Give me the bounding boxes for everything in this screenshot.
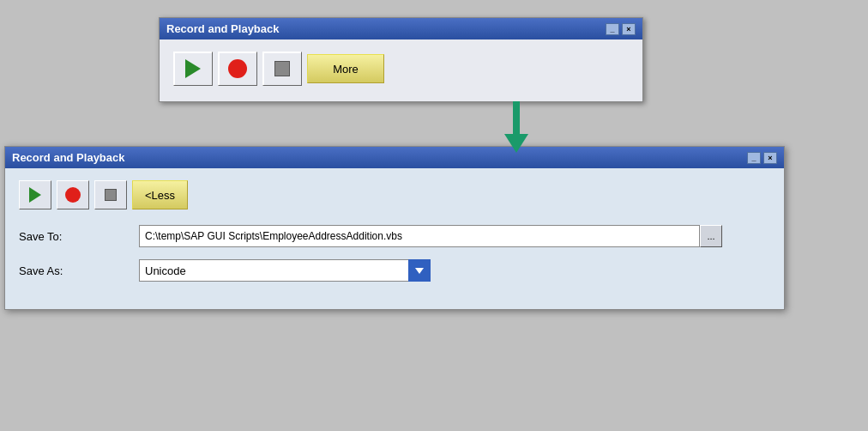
top-stop-button[interactable] xyxy=(262,52,302,86)
form-section: Save To: ... Save As: Unicode ANSI UTF-8 xyxy=(19,225,770,282)
bottom-play-button[interactable] xyxy=(19,180,51,209)
save-to-label: Save To: xyxy=(19,230,139,243)
bottom-window-controls: _ × xyxy=(747,152,777,164)
save-as-select-container: Unicode ANSI UTF-8 xyxy=(139,259,431,282)
bottom-minimize-button[interactable]: _ xyxy=(747,152,761,164)
top-window-title: Record and Playback xyxy=(166,22,280,35)
bottom-window-title: Record and Playback xyxy=(12,151,125,164)
bottom-window: Record and Playback _ × <Less Save To: xyxy=(4,146,785,310)
bottom-toolbar-row: <Less xyxy=(19,180,770,209)
save-to-input[interactable] xyxy=(139,225,700,247)
expand-arrow xyxy=(504,101,528,153)
play-icon xyxy=(185,59,201,78)
bottom-title-bar: Record and Playback _ × xyxy=(5,147,784,168)
arrow-head xyxy=(504,134,528,153)
save-as-row: Save As: Unicode ANSI UTF-8 xyxy=(19,259,770,282)
top-record-button[interactable] xyxy=(218,52,257,86)
record-icon-small xyxy=(65,187,81,203)
record-icon xyxy=(228,59,247,78)
save-as-label: Save As: xyxy=(19,264,139,277)
top-window-controls: _ × xyxy=(606,23,636,35)
path-input-container: ... xyxy=(139,225,722,247)
save-as-select[interactable]: Unicode ANSI UTF-8 xyxy=(139,259,431,282)
bottom-window-content: <Less Save To: ... Save As: Unicode ANSI… xyxy=(5,168,784,309)
top-window-content: More xyxy=(160,39,642,101)
save-to-row: Save To: ... xyxy=(19,225,770,247)
browse-button[interactable]: ... xyxy=(700,225,722,247)
top-title-bar: Record and Playback _ × xyxy=(160,18,642,39)
top-minimize-button[interactable]: _ xyxy=(606,23,619,35)
bottom-stop-button[interactable] xyxy=(94,180,127,209)
arrow-shaft xyxy=(513,101,520,134)
play-icon-small xyxy=(29,187,41,203)
stop-icon-small xyxy=(105,189,117,201)
stop-icon xyxy=(274,61,290,76)
top-window: Record and Playback _ × More xyxy=(159,17,643,102)
more-button[interactable]: More xyxy=(307,54,384,83)
bottom-record-button[interactable] xyxy=(57,180,89,209)
top-toolbar-row: More xyxy=(173,52,629,86)
less-button[interactable]: <Less xyxy=(132,180,188,209)
top-play-button[interactable] xyxy=(173,52,213,86)
top-close-button[interactable]: × xyxy=(622,23,636,35)
bottom-close-button[interactable]: × xyxy=(763,152,777,164)
